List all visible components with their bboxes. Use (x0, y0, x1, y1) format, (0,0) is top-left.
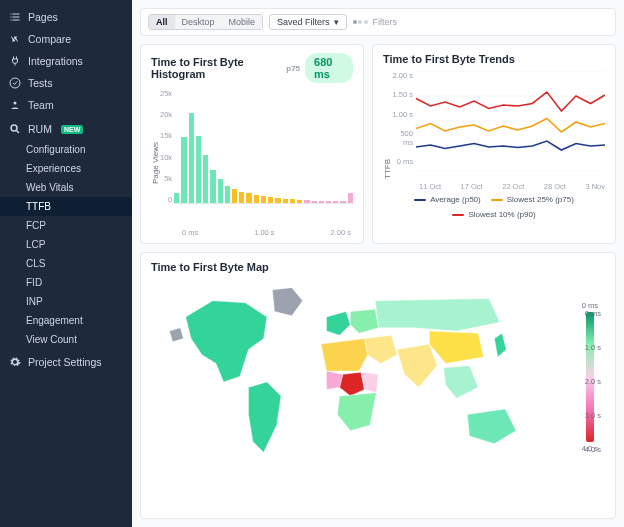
legend-item: Slowest 25% (p75) (491, 195, 574, 204)
trends-chart[interactable] (416, 71, 605, 171)
p75-label: p75 (286, 64, 300, 73)
histogram-title: Time to First Byte Histogram (151, 56, 286, 80)
hist-bar[interactable] (340, 201, 345, 203)
sidebar-label: Integrations (28, 55, 83, 67)
hist-bar[interactable] (283, 199, 288, 203)
main-content: AllDesktopMobile Saved Filters ▾ Filters… (132, 0, 624, 527)
sidebar-sub-experiences[interactable]: Experiences (0, 159, 132, 178)
plug-icon (9, 55, 21, 67)
segment-all[interactable]: All (149, 15, 175, 29)
filters-text: Filters (373, 17, 398, 27)
hist-bar[interactable] (312, 201, 317, 204)
search-icon (9, 123, 21, 135)
trends-title: Time to First Byte Trends (383, 53, 515, 65)
ttfb-map-card: Time to First Byte Map (140, 252, 616, 519)
svg-rect-2 (11, 17, 12, 18)
check-icon (9, 77, 21, 89)
hist-bar[interactable] (196, 136, 201, 203)
sidebar-label: Pages (28, 11, 58, 23)
world-map[interactable] (151, 279, 567, 474)
hist-bar[interactable] (218, 179, 223, 203)
scale-mid-ticks: 0 ms 1.0 s 2.0 s 3.0 s 4.0 s (585, 309, 601, 454)
device-segment[interactable]: AllDesktopMobile (148, 14, 263, 30)
compare-icon (9, 33, 21, 45)
hist-bar[interactable] (174, 193, 179, 203)
hist-bar[interactable] (254, 195, 259, 203)
hist-bar[interactable] (326, 201, 331, 203)
sidebar-sub-configuration[interactable]: Configuration (0, 140, 132, 159)
hist-bar[interactable] (319, 201, 324, 203)
hist-bar[interactable] (275, 198, 280, 203)
svg-rect-5 (13, 20, 20, 21)
legend-item: Slowest 10% (p90) (452, 210, 535, 219)
sidebar: PagesCompareIntegrationsTestsTeam RUM NE… (0, 0, 132, 527)
sidebar-item-pages[interactable]: Pages (0, 6, 132, 28)
svg-point-6 (10, 78, 20, 88)
svg-point-7 (14, 102, 17, 105)
svg-point-8 (11, 125, 17, 131)
hist-bar[interactable] (290, 199, 295, 203)
hist-bar[interactable] (348, 193, 353, 203)
chevron-down-icon: ▾ (334, 17, 339, 27)
hist-bar[interactable] (268, 197, 273, 203)
map-title: Time to First Byte Map (151, 261, 269, 273)
histogram-bars[interactable] (174, 89, 353, 204)
hist-bar[interactable] (203, 155, 208, 203)
sidebar-sub-fid[interactable]: FID (0, 273, 132, 292)
sidebar-sub-cls[interactable]: CLS (0, 254, 132, 273)
sidebar-item-integrations[interactable]: Integrations (0, 50, 132, 72)
hist-bar[interactable] (297, 200, 302, 203)
sidebar-label: RUM (28, 123, 52, 135)
trends-yaxis-label: TTFB (383, 71, 392, 179)
svg-rect-0 (11, 14, 12, 15)
filter-dots-icon (353, 20, 368, 24)
svg-rect-1 (13, 14, 20, 15)
hist-bar[interactable] (304, 200, 309, 203)
saved-filters-dropdown[interactable]: Saved Filters ▾ (269, 14, 347, 30)
list-icon (9, 11, 21, 23)
sidebar-label: Compare (28, 33, 71, 45)
gear-icon (9, 356, 21, 368)
hist-bar[interactable] (239, 192, 244, 203)
sidebar-sub-fcp[interactable]: FCP (0, 216, 132, 235)
segment-mobile[interactable]: Mobile (222, 15, 263, 29)
p75-value-pill: 680 ms (305, 53, 353, 83)
ttfb-trends-card: Time to First Byte Trends TTFB 2.00 s1.5… (372, 44, 616, 244)
sidebar-item-team[interactable]: Team (0, 94, 132, 116)
hist-bar[interactable] (261, 196, 266, 203)
hist-bar[interactable] (181, 137, 186, 203)
sidebar-sub-view-count[interactable]: View Count (0, 330, 132, 349)
new-badge: NEW (61, 125, 83, 134)
team-icon (9, 99, 21, 111)
sidebar-item-tests[interactable]: Tests (0, 72, 132, 94)
hist-bar[interactable] (210, 170, 215, 203)
hist-bar[interactable] (246, 193, 251, 203)
filters-indicator[interactable]: Filters (353, 17, 398, 27)
segment-desktop[interactable]: Desktop (175, 15, 222, 29)
sidebar-sub-lcp[interactable]: LCP (0, 235, 132, 254)
sidebar-sub-web-vitals[interactable]: Web Vitals (0, 178, 132, 197)
ttfb-histogram-card: Time to First Byte Histogram p75 680 ms … (140, 44, 364, 244)
sidebar-item-compare[interactable]: Compare (0, 28, 132, 50)
hist-bar[interactable] (333, 201, 338, 203)
saved-filters-label: Saved Filters (277, 17, 330, 27)
sidebar-label: Team (28, 99, 54, 111)
legend-item: Average (p50) (414, 195, 481, 204)
histogram-yaxis-label: Page Views (151, 89, 160, 237)
sidebar-label: Tests (28, 77, 53, 89)
sidebar-sub-engagement[interactable]: Engagement (0, 311, 132, 330)
hist-bar[interactable] (232, 189, 237, 203)
sidebar-label: Project Settings (28, 356, 102, 368)
sidebar-sub-inp[interactable]: INP (0, 292, 132, 311)
svg-line-9 (16, 130, 19, 133)
filter-toolbar: AllDesktopMobile Saved Filters ▾ Filters (140, 8, 616, 36)
hist-bar[interactable] (225, 186, 230, 203)
svg-rect-3 (13, 17, 20, 18)
sidebar-sub-ttfb[interactable]: TTFB (0, 197, 132, 216)
svg-rect-4 (11, 20, 12, 21)
sidebar-item-project-settings[interactable]: Project Settings (0, 351, 132, 373)
sidebar-item-rum[interactable]: RUM NEW (0, 118, 132, 140)
hist-bar[interactable] (189, 113, 194, 203)
